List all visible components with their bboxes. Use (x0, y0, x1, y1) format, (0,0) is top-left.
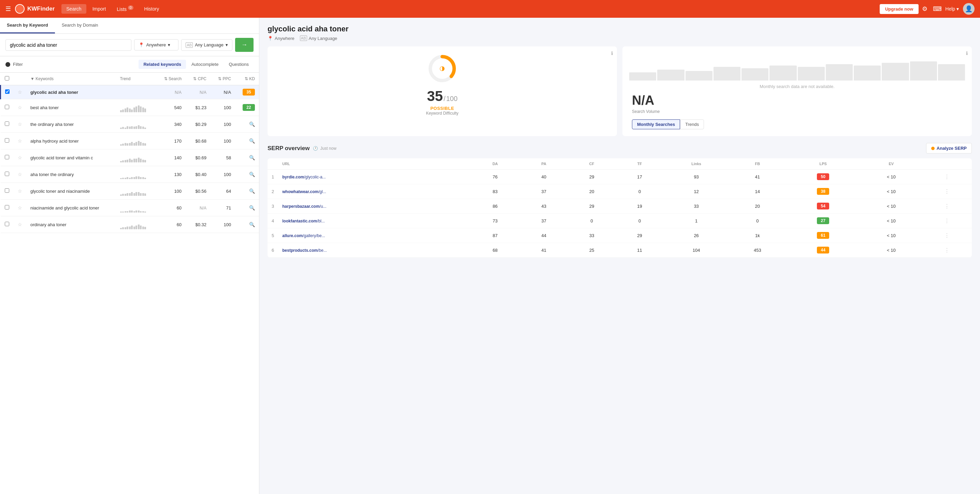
keyword-name[interactable]: best aha toner (30, 105, 59, 110)
cpc-cell: $0.56 (186, 183, 210, 200)
settings-icon[interactable]: ⚙ (920, 3, 929, 15)
nav-lists[interactable]: Lists 0 (112, 4, 138, 14)
serp-url-link[interactable]: lookfantastic.com/bl... (282, 219, 325, 224)
serp-url-link[interactable]: harpersbazaar.com/u... (282, 204, 326, 209)
keyword-name[interactable]: glycolic acid toner and vitamin c (30, 155, 93, 160)
user-avatar[interactable]: 👤 (963, 3, 975, 15)
row-checkbox[interactable] (5, 105, 9, 109)
star-icon[interactable]: ☆ (18, 89, 22, 95)
star-icon[interactable]: ☆ (18, 121, 22, 127)
col-ppc[interactable]: ⇅ PPC (210, 73, 235, 85)
row-checkbox[interactable] (5, 222, 9, 226)
row-menu-icon[interactable]: ⋮ (944, 203, 950, 209)
row-actions[interactable]: ⋮ (922, 199, 972, 214)
serp-row[interactable]: 2 whowhatwear.com/gl... 83 37 20 0 12 14… (267, 184, 972, 199)
kd-search-icon[interactable]: 🔍 (249, 121, 255, 127)
kd-search-icon[interactable]: 🔍 (249, 155, 255, 160)
table-row[interactable]: ☆ordinary aha toner60$0.32100🔍 (1, 216, 259, 233)
filter-toggle[interactable]: Filter (5, 62, 23, 67)
keyword-name[interactable]: glycolic toner and niacinamide (30, 189, 90, 194)
row-actions[interactable]: ⋮ (922, 228, 972, 243)
kd-search-icon[interactable]: 🔍 (249, 172, 255, 177)
star-icon[interactable]: ☆ (18, 205, 22, 211)
nav-import[interactable]: Import (88, 4, 111, 14)
nav-history[interactable]: History (140, 4, 164, 14)
star-icon[interactable]: ☆ (18, 222, 22, 227)
keyword-name[interactable]: aha toner the ordinary (30, 172, 74, 177)
sv-info-icon[interactable]: ℹ (966, 51, 968, 56)
table-row[interactable]: ☆alpha hydroxy acid toner170$0.68100🔍 (1, 133, 259, 149)
row-actions[interactable]: ⋮ (922, 214, 972, 228)
star-icon[interactable]: ☆ (18, 105, 22, 110)
filter-tab-questions[interactable]: Questions (224, 60, 253, 69)
serp-url-link[interactable]: whowhatwear.com/gl... (282, 189, 326, 194)
row-checkbox[interactable] (5, 172, 9, 176)
col-cpc[interactable]: ⇅ CPC (186, 73, 210, 85)
row-menu-icon[interactable]: ⋮ (944, 174, 950, 180)
keyword-name[interactable]: the ordinary aha toner (30, 122, 74, 127)
sv-tab-trends[interactable]: Trends (680, 119, 704, 129)
keyword-name[interactable]: alpha hydroxy acid toner (30, 138, 79, 144)
table-row[interactable]: ☆the ordinary aha toner340$0.29100🔍 (1, 116, 259, 133)
kd-info-icon[interactable]: ℹ (611, 51, 613, 56)
location-select[interactable]: 📍 Anywhere ▾ (134, 39, 178, 51)
menu-icon[interactable]: ☰ (5, 5, 11, 13)
kd-search-icon[interactable]: 🔍 (249, 138, 255, 144)
table-row[interactable]: ☆aha toner the ordinary130$0.40100🔍 (1, 166, 259, 183)
table-row[interactable]: ☆glycolic acid aha tonerN/AN/AN/A35 (1, 85, 259, 99)
kd-search-icon[interactable]: 🔍 (249, 205, 255, 211)
col-search[interactable]: ⇅ Search (156, 73, 186, 85)
row-actions[interactable]: ⋮ (922, 243, 972, 257)
serp-url-link[interactable]: byrdie.com/glycolic-a... (282, 175, 326, 179)
search-button[interactable]: → (235, 38, 253, 52)
row-actions[interactable]: ⋮ (922, 170, 972, 184)
kd-cell: 🔍 (235, 116, 259, 133)
row-menu-icon[interactable]: ⋮ (944, 233, 950, 238)
search-input[interactable] (5, 39, 131, 51)
sv-tab-monthly[interactable]: Monthly Searches (632, 119, 680, 129)
serp-url-link[interactable]: bestproducts.com/be... (282, 248, 327, 253)
filter-tab-autocomplete[interactable]: Autocomplete (187, 60, 223, 69)
serp-row[interactable]: 4 lookfantastic.com/bl... 73 37 0 0 1 0 … (267, 214, 972, 228)
row-checkbox[interactable] (5, 89, 10, 94)
row-checkbox[interactable] (5, 188, 9, 193)
analyze-serp-button[interactable]: Analyze SERP (926, 143, 972, 154)
nav-search[interactable]: Search (61, 4, 86, 14)
row-checkbox[interactable] (5, 155, 9, 159)
tab-domain[interactable]: Search by Domain (55, 18, 105, 33)
serp-row[interactable]: 6 bestproducts.com/be... 68 41 25 11 104… (267, 243, 972, 257)
select-all-checkbox[interactable] (5, 76, 9, 81)
kd-search-icon[interactable]: 🔍 (249, 188, 255, 194)
tab-keyword[interactable]: Search by Keyword (0, 18, 55, 33)
language-select[interactable]: AB Any Language ▾ (181, 39, 232, 51)
star-icon[interactable]: ☆ (18, 138, 22, 144)
row-checkbox[interactable] (5, 138, 9, 143)
star-icon[interactable]: ☆ (18, 172, 22, 177)
row-checkbox[interactable] (5, 205, 9, 210)
table-row[interactable]: ☆glycolic toner and niacinamide100$0.566… (1, 183, 259, 200)
keyboard-icon[interactable]: ⌨ (931, 3, 944, 15)
row-menu-icon[interactable]: ⋮ (944, 218, 950, 224)
kd-search-icon[interactable]: 🔍 (249, 222, 255, 227)
row-actions[interactable]: ⋮ (922, 184, 972, 199)
serp-row[interactable]: 1 byrdie.com/glycolic-a... 76 40 29 17 9… (267, 170, 972, 184)
row-menu-icon[interactable]: ⋮ (944, 247, 950, 253)
table-row[interactable]: ☆best aha toner540$1.2310022 (1, 99, 259, 116)
row-checkbox[interactable] (5, 121, 9, 126)
keyword-name[interactable]: niacinamide and glycolic acid toner (30, 205, 99, 211)
filter-tab-related[interactable]: Related keywords (138, 60, 186, 69)
serp-url-link[interactable]: allure.com/gallery/be... (282, 233, 325, 238)
star-icon[interactable]: ☆ (18, 155, 22, 160)
keyword-name[interactable]: ordinary aha toner (30, 222, 67, 227)
upgrade-button[interactable]: Upgrade now (880, 4, 919, 14)
col-kd[interactable]: ⇅ KD (235, 73, 259, 85)
serp-row[interactable]: 5 allure.com/gallery/be... 87 44 33 29 2… (267, 228, 972, 243)
star-icon[interactable]: ☆ (18, 188, 22, 194)
table-row[interactable]: ☆niacinamide and glycolic acid toner60N/… (1, 200, 259, 216)
keyword-name[interactable]: glycolic acid aha toner (30, 90, 78, 95)
table-row[interactable]: ☆glycolic acid toner and vitamin c140$0.… (1, 149, 259, 166)
filter-label[interactable]: Filter (13, 62, 23, 67)
help-menu[interactable]: Help ▾ (945, 6, 959, 12)
row-menu-icon[interactable]: ⋮ (944, 189, 950, 194)
serp-row[interactable]: 3 harpersbazaar.com/u... 86 43 29 19 33 … (267, 199, 972, 214)
